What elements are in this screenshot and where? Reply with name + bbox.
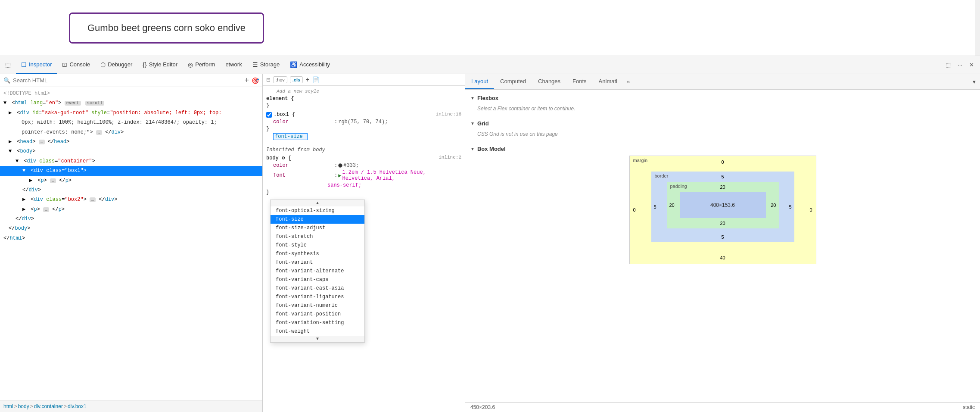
accessibility-icon: ♿ — [290, 61, 297, 68]
flexbox-title: Flexbox — [477, 95, 498, 101]
autocomplete-item[interactable]: font-variant-numeric — [271, 301, 364, 310]
autocomplete-item[interactable]: font-stretch — [271, 232, 364, 241]
breadcrumb-container[interactable]: div.container — [34, 403, 63, 409]
search-input[interactable] — [13, 77, 242, 84]
tab-fonts[interactable]: Fonts — [566, 74, 593, 89]
autocomplete-item-selected[interactable]: font-size — [271, 215, 364, 224]
html-line[interactable]: ▶ <head> … </head> — [0, 137, 262, 147]
autocomplete-item[interactable]: font-variant-ligatures — [271, 293, 364, 301]
html-line-selected[interactable]: ▼ <div class="box1"> — [0, 166, 262, 175]
html-line[interactable]: </div> — [0, 214, 262, 224]
margin-label: margin — [633, 158, 648, 163]
tab-console[interactable]: ⊡ Console — [57, 56, 95, 74]
html-line[interactable]: ▶ <div class="box2"> … </div> — [0, 195, 262, 204]
html-line[interactable]: </div> — [0, 185, 262, 195]
add-element-button[interactable]: + — [244, 76, 249, 85]
tab-accessibility[interactable]: ♿ Accessibility — [285, 56, 335, 74]
tab-changes[interactable]: Changes — [532, 74, 566, 89]
margin-top-value: 0 — [721, 159, 724, 165]
add-rule-button[interactable]: + — [305, 76, 309, 84]
html-line[interactable]: ▼ <body> — [0, 147, 262, 156]
body-close: } — [263, 189, 465, 196]
box1-rule-header: .box1 { inline:16 — [263, 111, 465, 119]
autocomplete-scroll-down[interactable]: ▼ — [271, 336, 364, 342]
tab-debugger[interactable]: ⬡ Debugger — [95, 56, 137, 74]
tab-layout[interactable]: Layout — [465, 74, 494, 89]
css-toolbar: ⊟ :hov .cls + 📄 — [263, 74, 465, 86]
right-panel: Layout Computed Changes Fonts Animati » … — [465, 74, 980, 412]
tab-performance[interactable]: ◎ Perform — [183, 56, 220, 74]
devtools-toolbar: ⬚ ☐ Inspector ⊡ Console ⬡ Debugger {} St… — [0, 56, 980, 74]
inspector-icon: ☐ — [21, 61, 27, 68]
inspect-icon: ⬚ — [5, 61, 11, 68]
flexbox-hint: Select a Flex container or item to conti… — [470, 104, 975, 113]
css-property-input[interactable] — [273, 133, 308, 140]
more-button[interactable]: ··· — [955, 60, 965, 70]
autocomplete-scroll-up[interactable]: ▲ — [271, 200, 364, 206]
inspect-element-button[interactable]: ⬚ — [0, 56, 16, 74]
breadcrumb-html[interactable]: html — [3, 403, 13, 409]
element-dimensions: 450×203.6 — [470, 404, 495, 410]
margin-left-value: 0 — [633, 207, 636, 212]
html-line[interactable]: ▼ <div class="container"> — [0, 156, 262, 166]
html-line[interactable]: ▶ <div id="saka-gui-root" style="positio… — [0, 108, 262, 118]
box1-location: inline:16 — [436, 112, 461, 118]
tab-computed[interactable]: Computed — [494, 74, 532, 89]
autocomplete-item[interactable]: font-weight — [271, 327, 364, 336]
html-panel: 🔍 + 🎯 <!DOCTYPE html> ▼ <html lang="en">… — [0, 74, 263, 412]
autocomplete-item[interactable]: font-synthesis — [271, 250, 364, 258]
html-line[interactable]: <!DOCTYPE html> — [0, 89, 262, 98]
box-model-section: ▼ Box Model margin 0 40 0 0 border — [470, 146, 975, 264]
dock-button[interactable]: ⬚ — [943, 60, 953, 70]
accessibility-label: Accessibility — [299, 61, 330, 68]
perf-label: Perform — [195, 61, 215, 68]
box-model-triangle: ▼ — [470, 147, 475, 151]
cls-button[interactable]: .cls — [290, 76, 303, 83]
tab-style-editor[interactable]: {} Style Editor — [137, 56, 183, 74]
devtools-main: 🔍 + 🎯 <!DOCTYPE html> ▼ <html lang="en">… — [0, 74, 980, 412]
autocomplete-item[interactable]: font-variant-position — [271, 310, 364, 318]
inherited-label: Inherited from body — [263, 144, 465, 154]
html-line[interactable]: 0px; width: 100%; height…100%; z-index: … — [0, 118, 262, 127]
html-line[interactable]: pointer-events: none;"> … </div> — [0, 128, 262, 137]
preview-box: Gumbo beet greens corn soko endive — [69, 12, 264, 44]
breadcrumb-box1[interactable]: div.box1 — [68, 403, 87, 409]
pick-element-button[interactable]: 🎯 — [252, 77, 259, 84]
margin-right-value: 0 — [809, 207, 812, 212]
padding-left-value: 20 — [669, 203, 675, 208]
breadcrumb-body[interactable]: body — [18, 403, 29, 409]
tab-inspector[interactable]: ☐ Inspector — [16, 56, 57, 74]
grid-header[interactable]: ▼ Grid — [470, 120, 975, 127]
autocomplete-item[interactable]: font-variant-caps — [271, 275, 364, 284]
right-tab-more-button[interactable]: » — [623, 76, 633, 87]
tab-storage[interactable]: ☰ Storage — [247, 56, 285, 74]
autocomplete-item[interactable]: font-variant-alternate — [271, 267, 364, 275]
autocomplete-item[interactable]: font-style — [271, 241, 364, 250]
box-model-header[interactable]: ▼ Box Model — [470, 146, 975, 152]
style-editor-icon: {} — [143, 61, 146, 68]
new-stylesheet-button[interactable]: 📄 — [312, 76, 320, 83]
right-panel-scroll[interactable]: ▼ — [968, 78, 980, 86]
autocomplete-item[interactable]: font-variation-setting — [271, 318, 364, 327]
tab-network[interactable]: etwork — [220, 56, 247, 74]
close-button[interactable]: ✕ — [967, 60, 977, 70]
autocomplete-item[interactable]: font-optical-sizing — [271, 206, 364, 215]
search-icon: 🔍 — [3, 77, 10, 84]
autocomplete-item[interactable]: font-variant — [271, 258, 364, 267]
inherited-section: Inherited from body body ⚙ { inline:2 co… — [263, 144, 465, 196]
html-line[interactable]: ▼ <html lang="en"> event scroll — [0, 98, 262, 108]
filter-icon: ⊟ — [266, 77, 271, 83]
tab-animations[interactable]: Animati — [593, 74, 623, 89]
css-font-continuation: sans-serif; — [263, 182, 465, 189]
html-line[interactable]: ▶ <p> … </p> — [0, 176, 262, 185]
flexbox-triangle: ▼ — [470, 96, 475, 100]
flexbox-header[interactable]: ▼ Flexbox — [470, 95, 975, 101]
autocomplete-item[interactable]: font-size-adjust — [271, 224, 364, 232]
html-line[interactable]: </html> — [0, 234, 262, 243]
preview-scrollbar[interactable] — [975, 0, 980, 56]
html-line[interactable]: ▶ <p> … </p> — [0, 205, 262, 214]
html-line[interactable]: </body> — [0, 224, 262, 233]
hov-button[interactable]: :hov — [273, 76, 287, 83]
box1-rule-checkbox[interactable] — [266, 112, 272, 118]
autocomplete-item[interactable]: font-variant-east-asia — [271, 284, 364, 293]
